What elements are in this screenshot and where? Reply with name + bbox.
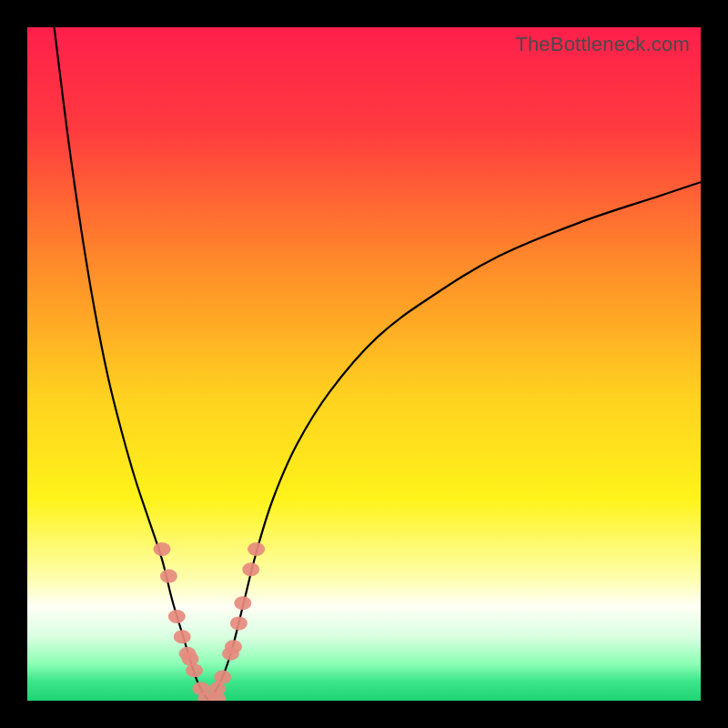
marker-point — [230, 616, 248, 630]
marker-point — [186, 663, 203, 677]
marker-point — [154, 542, 171, 556]
plot-area: TheBottleneck.com — [27, 27, 701, 701]
marker-point — [174, 630, 191, 643]
marker-point — [242, 562, 259, 576]
marker-point — [168, 610, 186, 623]
marker-point — [225, 640, 242, 653]
curve-left-branch — [55, 27, 209, 701]
marker-point — [182, 652, 199, 666]
marker-point — [248, 542, 265, 556]
curve-right-branch — [209, 182, 701, 701]
marker-point — [214, 671, 231, 684]
curves-layer — [27, 27, 701, 701]
marker-point — [234, 596, 251, 610]
marker-point — [160, 570, 177, 583]
chart-frame: TheBottleneck.com — [0, 0, 728, 728]
